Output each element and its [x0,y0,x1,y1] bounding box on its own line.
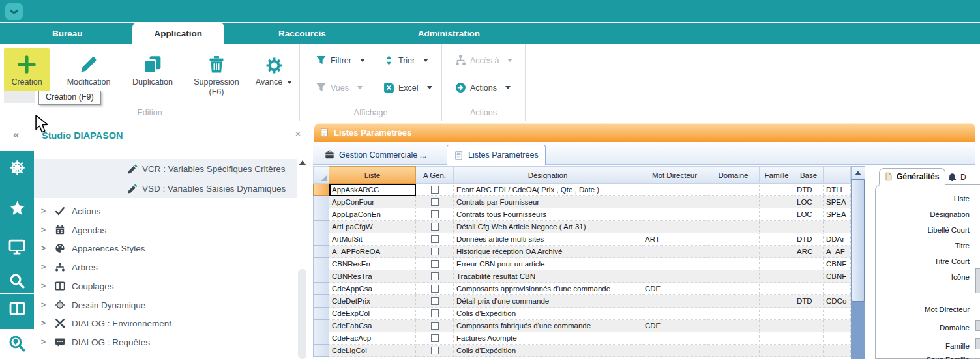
cell-base[interactable] [794,258,824,270]
ribbon-button-filtrer[interactable]: Filtrer [316,55,365,66]
expand-chevron-icon[interactable]: > [41,207,46,216]
cell-liste[interactable]: ArtLpaCfgW [329,221,416,233]
table-row[interactable]: CdeAppCsaComposants approvisionnés d'une… [313,283,865,295]
cell-designation[interactable]: Contrats par Fournisseur [454,196,642,208]
cell-famille[interactable] [760,258,794,270]
cell-famille[interactable] [760,270,794,283]
ribbon-button-trier[interactable]: Trier [383,55,428,66]
cell-famille[interactable] [760,184,794,196]
checkbox-unchecked[interactable] [431,322,439,330]
table-row[interactable]: CBNResTraTracabilité résultat CBNCBNF [313,270,865,283]
cell-mot[interactable] [642,308,707,320]
checkbox-unchecked[interactable] [431,235,439,243]
dropdown-caret-icon[interactable] [357,86,363,89]
checkbox-unchecked[interactable] [431,186,439,194]
cell-domaine[interactable] [707,233,760,246]
cell-a-gen[interactable] [416,184,454,196]
ribbon-button-creation[interactable]: Création [4,48,50,91]
table-row[interactable]: ArtMulSitDonnées article multi sitesARTD… [313,233,865,246]
cell-base[interactable] [794,345,824,357]
column-header-base[interactable]: Base [794,166,824,184]
rail-search-icon[interactable] [0,273,34,289]
expand-chevron-icon[interactable]: > [41,300,46,309]
dropdown-caret-icon[interactable] [360,59,365,62]
table-row[interactable]: ArtLpaCfgWDétail Cfg Web Article Negoce … [313,221,865,233]
rail-monitor-icon[interactable] [0,238,34,255]
cell-domaine[interactable] [707,320,760,332]
cell-famille[interactable] [760,208,794,221]
cell-mot[interactable] [642,208,707,221]
cell-designation[interactable]: Colis d'Expédition [454,308,642,320]
ribbon-tab-bureau[interactable]: Bureau [34,23,101,44]
column-header-extra[interactable] [824,166,851,184]
cell-famille[interactable] [760,320,794,332]
cell-designation[interactable]: Composants approvisionnés d'une commande [454,283,642,295]
cell-famille[interactable] [760,345,794,357]
cell-designation[interactable]: Erreur CBN pour un article [454,258,642,270]
cell-mot[interactable] [642,221,707,233]
cell-liste[interactable]: AppLpaConEn [329,208,416,221]
row-header[interactable] [313,295,329,308]
cell-base[interactable] [794,221,824,233]
ribbon-button-vues[interactable]: Vues [316,82,363,93]
cell-famille[interactable] [760,308,794,320]
cell-mot[interactable] [642,258,707,270]
cell-mot[interactable] [642,184,707,196]
tree-item-apparences-styles[interactable]: >Apparences Styles [34,239,297,257]
row-header[interactable] [313,345,329,357]
cell-liste[interactable]: CdeDetPrix [329,295,416,308]
cell-domaine[interactable] [707,283,760,295]
ribbon-button-acces-a[interactable]: Accès à [455,55,512,66]
cell-base[interactable]: DTD [794,184,824,196]
cell-liste[interactable]: AppAskARCC [329,184,416,196]
cell-famille[interactable] [760,295,794,308]
cell-a-gen[interactable] [416,295,454,308]
cell-famille[interactable] [760,196,794,208]
cell-liste[interactable]: AppConFour [329,196,416,208]
cell-extra[interactable] [824,345,851,357]
cell-mot[interactable]: CDE [642,283,707,295]
cell-famille[interactable] [760,221,794,233]
rail-helm-icon[interactable] [0,160,34,176]
expand-chevron-icon[interactable]: > [41,337,46,347]
cell-domaine[interactable] [707,308,760,320]
column-header-a-gen[interactable]: A Gen. [416,166,454,184]
dropdown-caret-icon[interactable] [505,86,511,89]
column-header-domaine[interactable]: Domaine [707,166,760,184]
cell-mot[interactable]: ART [642,233,707,246]
cell-designation[interactable]: Factures Acompte [454,332,642,345]
rail-star-icon[interactable] [0,200,34,216]
cell-base[interactable]: ARC [794,246,824,258]
cell-a-gen[interactable] [416,221,454,233]
column-header-famille[interactable]: Famille [760,166,794,184]
tree-scrollbar[interactable] [298,269,306,359]
row-header[interactable] [313,246,329,258]
cell-base[interactable]: LOC [794,208,824,221]
field-input-edge[interactable] [975,268,980,293]
cell-a-gen[interactable] [416,283,454,295]
cell-designation[interactable]: Données article multi sites [454,233,642,246]
cell-mot[interactable] [642,246,707,258]
cell-domaine[interactable] [707,270,760,283]
cell-extra[interactable]: SPEA [824,196,851,208]
checkbox-unchecked[interactable] [431,210,439,218]
cell-a-gen[interactable] [416,270,454,283]
cell-a-gen[interactable] [416,208,454,221]
checkbox-unchecked[interactable] [431,198,439,206]
scroll-up-button[interactable] [851,166,865,179]
cell-designation[interactable]: Tracabilité résultat CBN [454,270,642,283]
cell-base[interactable] [794,270,824,283]
table-row[interactable]: CdeLigColColis d'Expédition [313,345,865,357]
cell-a-gen[interactable] [416,258,454,270]
cell-liste[interactable]: A_APFoReOA [329,246,416,258]
dropdown-caret-icon[interactable] [507,59,512,62]
rail-split-icon[interactable] [0,300,34,317]
cell-designation[interactable]: Détail Cfg Web Article Negoce ( Art 31) [454,221,642,233]
scrollbar-thumb[interactable] [852,179,865,302]
cell-liste[interactable]: CdeFacAcp [329,332,416,345]
tree-item-vsd-variables-saisies-dynamiques[interactable]: VSD : Variables Saisies Dynamiques [34,179,297,198]
checkbox-unchecked[interactable] [431,347,439,354]
cell-base[interactable] [794,308,824,320]
checkbox-unchecked[interactable] [431,309,439,317]
cell-mot[interactable]: CDE [642,320,707,332]
